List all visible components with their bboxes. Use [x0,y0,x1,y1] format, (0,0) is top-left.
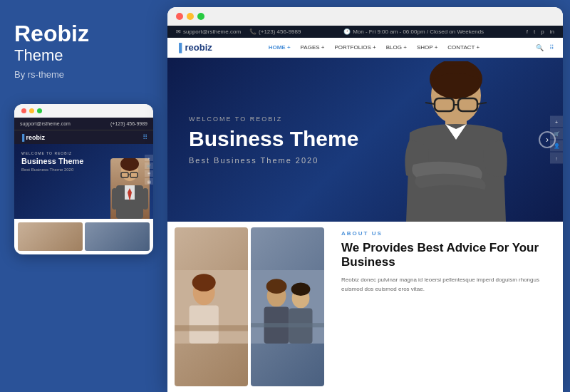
mobile-nav: ▐ reobiz ⠿ [14,130,153,144]
desktop-hero-person [392,61,520,222]
mobile-sidebar-tools: + 🛒 ☰ ▤ [145,155,153,185]
desktop-nav-links: HOME + PAGES + PORTFOLIOS + BLOG + SHOP … [269,44,480,51]
desktop-hero-sub: Best Business Theme 2020 [189,156,358,165]
desktop-about-images [167,222,331,392]
desktop-hero: WELCOME TO REOBIZ Business Theme Best Bu… [167,58,563,222]
about-img-block-1 [175,227,248,386]
mobile-about-img-1 [18,222,83,251]
desktop-header-email: support@rstheme.com [183,29,241,35]
mobile-dot-green [37,108,42,113]
mobile-logo: ▐ reobiz [20,134,45,141]
mobile-top-bar [14,104,153,118]
mobile-hero: WELCOME TO REOBIZ Business Theme Best Bu… [14,144,153,219]
phone-icon: 📞 [249,29,256,35]
about-label: ABOUT US [341,230,553,237]
desktop-hero-title: Business Theme [189,127,358,150]
mobile-tool-3[interactable]: ☰ [145,170,153,177]
desktop-dot-green [197,13,204,20]
right-panel: ✉ support@rstheme.com 📞 (+123) 456-9989 … [167,7,563,392]
desktop-tool-cart[interactable]: 🛒 [550,128,563,140]
about-img-block-2 [251,227,324,386]
mobile-hero-person [110,158,150,219]
left-panel: Reobiz Theme By rs-theme support@rstheme… [0,0,167,392]
desktop-logo: ▐ reobiz [176,42,212,53]
desktop-header-phone-info: 📞 (+123) 456-9989 [249,29,301,35]
about-body: Reobiz donec pulvinar magna id leoersi p… [341,276,553,294]
nav-link-pages[interactable]: PAGES + [301,44,325,51]
brand-title: Reobiz [14,21,153,46]
mobile-tool-1[interactable]: + [145,155,153,161]
mobile-email: support@rstheme.com [20,121,71,126]
search-icon[interactable]: 🔍 [536,44,544,51]
svg-rect-22 [175,325,248,331]
desktop-hero-content: WELCOME TO REOBIZ Business Theme Best Bu… [189,115,358,165]
desktop-top-bar [167,7,563,26]
desktop-nav: ▐ reobiz HOME + PAGES + PORTFOLIOS + BLO… [167,38,563,58]
desktop-tool-zoom[interactable]: + [550,116,563,128]
desktop-bottom: ABOUT US We Provides Best Advice For You… [167,222,563,392]
desktop-person-svg [392,61,520,222]
about-image-2 [251,227,324,386]
mobile-tool-4[interactable]: ▤ [145,178,153,185]
about-title: We Provides Best Advice For Your Busines… [341,241,553,270]
mobile-menu-icon: ⠿ [142,133,147,141]
desktop-sidebar-tools: + 🛒 👤 ↑ [550,116,563,164]
about-text-section: ABOUT US We Provides Best Advice For You… [331,222,563,392]
mobile-mockup: support@rstheme.com (+123) 456-9989 ▐ re… [14,104,153,254]
brand-by: By rs-theme [14,69,153,80]
mobile-about-img-2 [85,222,150,251]
brand-subtitle: Theme [14,46,153,65]
email-icon: ✉ [176,29,181,35]
mobile-phone: (+123) 456-9989 [110,121,147,126]
desktop-header-social: f t p in [527,29,554,35]
desktop-header-phone: (+123) 456-9989 [259,29,301,35]
svg-point-25 [266,279,287,294]
desktop-tool-user[interactable]: 👤 [550,140,563,152]
about-img-svg-1 [175,227,248,386]
desktop-logo-icon: ▐ [176,43,182,53]
desktop-header-hours: 🕐 Mon - Fri 9:00 am - 06:00pm / Closed o… [343,29,484,35]
desktop-header: ✉ support@rstheme.com 📞 (+123) 456-9989 … [167,26,563,38]
instagram-icon[interactable]: in [550,29,554,35]
about-image-1 [175,227,248,386]
clock-icon: 🕐 [343,29,351,35]
mobile-tool-2[interactable]: 🛒 [145,163,153,169]
desktop-nav-icons: 🔍 ⠿ [536,44,554,51]
nav-link-contact[interactable]: CONTACT + [447,44,480,51]
nav-link-blog[interactable]: BLOG + [386,44,407,51]
svg-point-20 [192,274,216,292]
twitter-icon[interactable]: t [534,29,535,35]
desktop-header-left: ✉ support@rstheme.com 📞 (+123) 456-9989 [176,29,301,35]
mobile-logo-icon: ▐ [20,134,24,141]
desktop-header-email-info: ✉ support@rstheme.com [176,29,241,35]
desktop-hours-text: Mon - Fri 9:00 am - 06:00pm / Closed on … [353,29,484,35]
svg-rect-8 [112,188,118,210]
mobile-dot-red [21,108,26,113]
nav-link-shop[interactable]: SHOP + [417,44,437,51]
desktop-dot-yellow [187,13,194,20]
svg-rect-21 [190,305,219,344]
desktop-hero-label: WELCOME TO REOBIZ [189,115,358,123]
pinterest-icon[interactable]: p [541,29,544,35]
mobile-about-images [14,219,153,254]
desktop-logo-text: reobiz [185,42,212,53]
about-img-svg-2 [251,227,324,386]
nav-link-home[interactable]: HOME + [269,44,291,51]
nav-link-portfolios[interactable]: PORTFOLIOS + [334,44,375,51]
desktop-dot-red [176,13,183,20]
svg-rect-9 [142,188,148,210]
svg-point-28 [291,283,311,296]
mobile-hero-label: WELCOME TO REOBIZ [21,151,146,155]
grid-icon[interactable]: ⠿ [549,44,554,51]
svg-rect-30 [251,323,324,327]
mobile-person-svg [110,158,150,219]
mobile-dot-yellow [29,108,34,113]
mobile-header: support@rstheme.com (+123) 456-9989 [14,118,153,130]
desktop-tool-share[interactable]: ↑ [550,153,563,164]
facebook-icon[interactable]: f [527,29,528,35]
